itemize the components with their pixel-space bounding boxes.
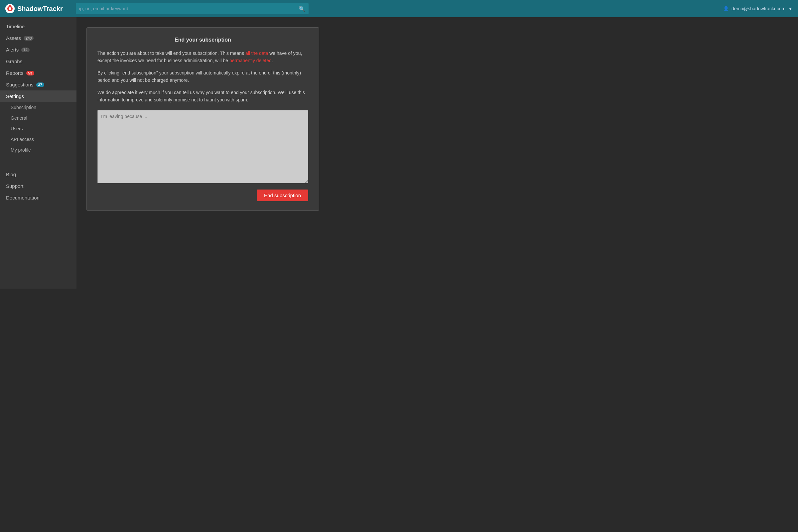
para1-red2: permanently deleted [229, 58, 272, 63]
sub-item-label: API access [11, 137, 34, 142]
sidebar-item-label: Alerts [6, 47, 19, 53]
svg-rect-3 [9, 5, 11, 7]
sidebar-item-label: Settings [6, 93, 24, 99]
search-input[interactable] [79, 6, 299, 11]
sidebar-item-graphs[interactable]: Graphs [0, 56, 76, 67]
sidebar-item-assets[interactable]: Assets 243 [0, 32, 76, 44]
logo-area: ShadowTrackr [5, 4, 72, 13]
para1-before: The action you are about to take will en… [97, 51, 245, 56]
card-para1: The action you are about to take will en… [97, 50, 308, 64]
suggestions-badge: 37 [36, 82, 44, 87]
card-para3: We do appreciate it very much if you can… [97, 89, 308, 104]
sidebar-item-label: Timeline [6, 24, 25, 29]
sidebar-item-label: Assets [6, 35, 21, 41]
assets-badge: 243 [24, 36, 34, 41]
app-header: ShadowTrackr 🔍 👤 demo@shadowtrackr.com ▼ [0, 0, 454, 17]
para1-red1: all the data [245, 51, 268, 56]
sub-item-label: Subscription [11, 105, 36, 110]
reason-textarea[interactable] [97, 110, 308, 183]
sidebar-item-label: Support [6, 183, 24, 189]
sidebar-sub-my-profile[interactable]: My profile [0, 145, 76, 155]
sidebar-item-reports[interactable]: Reports 53 [0, 67, 76, 79]
sidebar-item-suggestions[interactable]: Suggestions 37 [0, 79, 76, 91]
card-title: End your subscription [97, 37, 308, 43]
sidebar-item-label: Reports [6, 70, 24, 76]
nav-divider2 [0, 162, 76, 169]
sidebar-item-label: Documentation [6, 195, 40, 201]
svg-point-2 [8, 7, 11, 10]
app-title: ShadowTrackr [17, 5, 63, 13]
sidebar-sub-users[interactable]: Users [0, 124, 76, 134]
sidebar-item-label: Blog [6, 172, 16, 177]
nav-divider [0, 155, 76, 162]
subscription-card: End your subscription The action you are… [87, 27, 319, 211]
layout: Timeline Assets 243 Alerts 72 Graphs Rep… [0, 17, 454, 289]
sidebar: Timeline Assets 243 Alerts 72 Graphs Rep… [0, 17, 76, 289]
sub-item-label: General [11, 115, 27, 121]
logo-icon [5, 4, 15, 13]
reports-badge: 53 [26, 71, 34, 75]
sidebar-sub-general[interactable]: General [0, 113, 76, 124]
sidebar-item-blog[interactable]: Blog [0, 169, 76, 180]
sidebar-item-settings[interactable]: Settings [0, 91, 76, 102]
sub-item-label: My profile [11, 147, 31, 153]
sidebar-item-label: Graphs [6, 58, 22, 64]
sidebar-sub-subscription[interactable]: Subscription [0, 102, 76, 113]
sidebar-item-label: Suggestions [6, 82, 34, 88]
sub-item-label: Users [11, 126, 23, 131]
sidebar-sub-api-access[interactable]: API access [0, 134, 76, 145]
end-subscription-button[interactable]: End subscription [257, 190, 308, 201]
sidebar-item-documentation[interactable]: Documentation [0, 192, 76, 204]
para1-after: . [272, 58, 273, 63]
sidebar-item-support[interactable]: Support [0, 180, 76, 192]
sidebar-item-alerts[interactable]: Alerts 72 [0, 44, 76, 56]
alerts-badge: 72 [21, 48, 29, 52]
search-icon[interactable]: 🔍 [299, 6, 305, 12]
card-para2: By clicking "end subscription" your subs… [97, 69, 308, 84]
search-container[interactable]: 🔍 [76, 3, 308, 14]
main-content: End your subscription The action you are… [76, 17, 454, 289]
sidebar-item-timeline[interactable]: Timeline [0, 21, 76, 32]
